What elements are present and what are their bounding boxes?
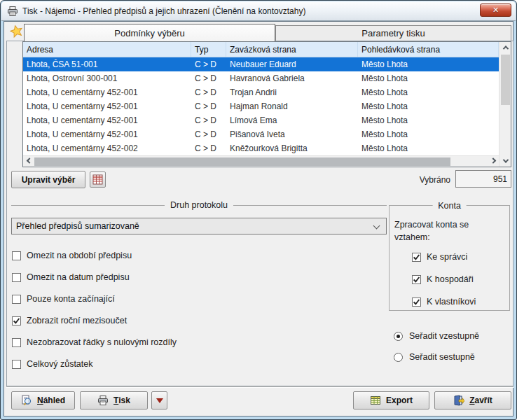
title-bar[interactable]: Tisk - Nájemci - Přehled předpisů a jeji… bbox=[1, 1, 516, 21]
chevron-right-icon bbox=[490, 158, 495, 163]
close-dialog-button[interactable]: Zavřít bbox=[434, 391, 511, 410]
table-row[interactable]: Lhota, U cementárny 452-001C > DTrojan A… bbox=[23, 85, 499, 99]
radio-unselected-icon[interactable] bbox=[394, 353, 403, 362]
print-icon bbox=[97, 395, 109, 406]
chevron-down-icon bbox=[502, 157, 508, 162]
checkbox-label: Ke správci bbox=[427, 252, 467, 262]
table-cell: Lhota, U cementárny 452-001 bbox=[23, 130, 191, 139]
column-header-zavazkova[interactable]: Zavázková strana bbox=[226, 42, 358, 57]
konta-checkbox-2[interactable]: K vlastníkovi bbox=[412, 296, 476, 307]
table-cell: Neubauer Eduard bbox=[226, 59, 358, 69]
print-options-button[interactable] bbox=[151, 391, 167, 410]
scroll-right-button[interactable] bbox=[487, 156, 499, 167]
vertical-scrollbar[interactable] bbox=[499, 42, 511, 167]
protocol-type-dropdown[interactable]: Přehled předpisů sumarizovaně bbox=[11, 218, 387, 234]
window-title: Tisk - Nájemci - Přehled předpisů a jeji… bbox=[22, 6, 305, 16]
close-button[interactable]: ✕ bbox=[480, 4, 511, 17]
red-grid-icon bbox=[92, 174, 103, 185]
table-cell: C > D bbox=[191, 115, 226, 125]
tab-podminky-vyberu[interactable]: Podmínky výběru bbox=[24, 24, 275, 41]
radio-selected-icon[interactable] bbox=[394, 332, 403, 341]
selected-count-value: 951 bbox=[493, 174, 507, 184]
protocol-checkbox-4[interactable]: Nezobrazovat řádky s nulovými rozdíly bbox=[12, 337, 177, 348]
table-cell: Město Lhota bbox=[358, 102, 499, 111]
table-row[interactable]: Lhota, Ostrovní 300-001C > DHavranová Ga… bbox=[23, 71, 499, 85]
scroll-left-button[interactable] bbox=[23, 156, 35, 167]
dropdown-arrow-icon bbox=[156, 398, 163, 403]
checkbox-unchecked-icon[interactable] bbox=[12, 295, 21, 304]
selected-count-field: 951 bbox=[455, 170, 511, 188]
sort-radio-1[interactable]: Seřadit sestupně bbox=[394, 351, 475, 363]
checkbox-unchecked-icon[interactable] bbox=[12, 273, 21, 282]
sort-radio-0[interactable]: Seřadit vzestupně bbox=[394, 330, 479, 342]
table-row[interactable]: Lhota, U cementárny 452-001C > DHajman R… bbox=[23, 99, 499, 113]
chevron-up-icon bbox=[502, 46, 508, 51]
edit-selection-button[interactable]: Upravit výběr bbox=[11, 171, 85, 188]
horizontal-scroll-thumb[interactable] bbox=[34, 158, 450, 166]
table-cell: Město Lhota bbox=[358, 88, 499, 97]
table-row[interactable]: Lhota, ČSA 51-001C > DNeubauer EduardMěs… bbox=[23, 57, 499, 71]
export-icon bbox=[370, 395, 381, 406]
checkbox-unchecked-icon[interactable] bbox=[12, 338, 21, 347]
edit-selection-label: Upravit výběr bbox=[22, 175, 76, 185]
checkbox-checked-icon[interactable] bbox=[412, 253, 421, 262]
table-cell: Límová Ema bbox=[226, 115, 358, 125]
exit-door-icon bbox=[453, 395, 464, 406]
favorite-star-icon[interactable] bbox=[10, 24, 23, 41]
tab-label: Parametry tisku bbox=[361, 28, 425, 38]
chevron-down-icon bbox=[373, 223, 380, 230]
table-cell: Lhota, U cementárny 452-001 bbox=[23, 115, 191, 125]
checkbox-label: K hospodáři bbox=[427, 274, 474, 284]
table-row[interactable]: Lhota, U cementárny 452-002C > DKněžourk… bbox=[23, 141, 499, 155]
table-row[interactable]: Lhota, U cementárny 452-001C > DPišanová… bbox=[23, 127, 499, 141]
checkbox-checked-icon[interactable] bbox=[12, 316, 21, 326]
table-cell: C > D bbox=[191, 102, 226, 111]
protocol-checkbox-0[interactable]: Omezit na období předpisu bbox=[12, 250, 132, 261]
scroll-up-button[interactable] bbox=[499, 42, 511, 53]
radio-label: Seřadit vzestupně bbox=[409, 331, 479, 341]
konta-group-label: Konta bbox=[432, 201, 467, 211]
checkbox-unchecked-icon[interactable] bbox=[12, 251, 21, 260]
checkbox-label: Celkový zůstatek bbox=[27, 359, 92, 369]
protocol-checkbox-2[interactable]: Pouze konta začínající bbox=[12, 293, 115, 304]
table-cell: Lhota, U cementárny 452-001 bbox=[23, 102, 191, 111]
checkbox-label: Pouze konta začínající bbox=[27, 294, 115, 304]
tab-parametry-tisku[interactable]: Parametry tisku bbox=[275, 25, 511, 41]
column-header-pohledavkova[interactable]: Pohledávková strana bbox=[358, 42, 499, 57]
protocol-checkbox-3[interactable]: Zobrazit roční mezisoučet bbox=[12, 315, 127, 326]
printer-icon bbox=[7, 6, 18, 17]
export-button[interactable]: Export bbox=[353, 391, 429, 410]
protocol-group-label: Druh protokolu bbox=[165, 200, 233, 210]
checkbox-label: Omezit na období předpisu bbox=[27, 251, 132, 260]
table-body: Lhota, ČSA 51-001C > DNeubauer EduardMěs… bbox=[23, 57, 499, 155]
checkbox-unchecked-icon[interactable] bbox=[12, 360, 21, 369]
table-cell: C > D bbox=[191, 144, 226, 153]
checkbox-checked-icon[interactable] bbox=[412, 298, 421, 307]
close-icon: ✕ bbox=[492, 6, 499, 14]
horizontal-scrollbar[interactable] bbox=[23, 155, 499, 167]
konta-checkbox-1[interactable]: K hospodáři bbox=[412, 274, 474, 285]
preview-button[interactable]: Náhled bbox=[11, 391, 75, 410]
table-cell: Kněžourková Brigitta bbox=[226, 144, 358, 153]
column-header-typ[interactable]: Typ bbox=[191, 42, 226, 57]
table-row[interactable]: Lhota, U cementárny 452-001C > DLímová E… bbox=[23, 113, 499, 127]
table-cell: Město Lhota bbox=[358, 115, 499, 125]
checkbox-checked-icon[interactable] bbox=[412, 275, 421, 284]
protocol-checkbox-1[interactable]: Omezit na datum předpisu bbox=[12, 272, 130, 283]
tab-label: Podmínky výběru bbox=[114, 28, 184, 38]
vertical-scroll-thumb[interactable] bbox=[501, 55, 510, 105]
konta-intro-line1: Zpracovat konta se bbox=[394, 220, 469, 230]
column-header-adresa[interactable]: Adresa bbox=[23, 42, 191, 57]
scroll-down-button[interactable] bbox=[499, 155, 511, 167]
konta-checkbox-0[interactable]: Ke správci bbox=[412, 251, 467, 262]
table-cell: Lhota, U cementárny 452-001 bbox=[23, 88, 191, 97]
table-cell: Pišanová Iveta bbox=[226, 130, 358, 139]
table-cell: Lhota, U cementárny 452-002 bbox=[23, 144, 191, 153]
table-cell: C > D bbox=[191, 74, 226, 83]
protocol-checkbox-5[interactable]: Celkový zůstatek bbox=[12, 358, 92, 370]
selection-grid-button[interactable] bbox=[90, 172, 106, 188]
konta-intro-line2: vztahem: bbox=[394, 232, 430, 242]
print-button[interactable]: Tisk bbox=[80, 391, 148, 410]
table-cell: C > D bbox=[191, 88, 226, 97]
checkbox-label: Omezit na datum předpisu bbox=[27, 272, 130, 282]
